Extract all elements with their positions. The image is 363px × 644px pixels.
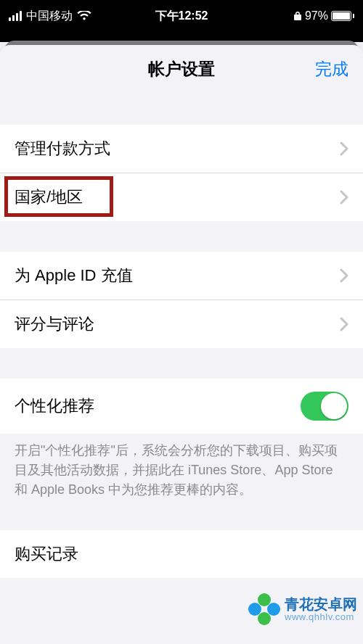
row-apple-id-topup[interactable]: 为 Apple ID 充值 [0,252,363,300]
row-purchase-history[interactable]: 购买记录 [0,530,363,578]
row-ratings-reviews[interactable]: 评分与评论 [0,300,363,348]
chevron-right-icon [340,141,348,156]
row-label: 国家/地区 [15,186,340,208]
row-country-region[interactable]: 国家/地区 [0,173,363,221]
watermark: 青花安卓网 www.qhhlv.com [248,593,357,625]
battery-icon [331,11,354,21]
row-personalized-recommendations: 个性化推荐 [0,379,363,434]
nav-bar: 帐户设置 完成 [0,45,363,94]
row-label: 评分与评论 [15,313,340,335]
personalized-description: 开启"个性化推荐"后，系统会分析您的下载项目、购买项目及其他活动数据，并据此在 … [0,434,363,500]
signal-icon [9,11,22,21]
battery-percent: 97% [305,9,328,22]
row-manage-payment[interactable]: 管理付款方式 [0,125,363,173]
personalized-toggle[interactable] [301,392,348,421]
settings-sheet: 帐户设置 完成 管理付款方式 国家/地区 为 Apple ID 充值 评分与评论… [0,45,363,644]
watermark-logo-icon [248,593,280,625]
watermark-url: www.qhhlv.com [285,612,357,622]
carrier-label: 中国移动 [26,9,73,24]
lock-icon [293,11,302,21]
done-button[interactable]: 完成 [315,58,348,80]
row-label: 管理付款方式 [15,138,340,160]
chevron-right-icon [340,268,348,283]
status-time: 下午12:52 [155,9,208,24]
watermark-title: 青花安卓网 [285,596,357,612]
row-label: 购买记录 [15,543,348,565]
page-title: 帐户设置 [148,58,215,80]
chevron-right-icon [340,317,348,331]
wifi-icon [77,11,91,21]
row-label: 为 Apple ID 充值 [15,265,340,286]
row-label: 个性化推荐 [15,395,301,417]
chevron-right-icon [340,190,348,205]
status-bar: 中国移动 下午12:52 97% [0,0,363,32]
